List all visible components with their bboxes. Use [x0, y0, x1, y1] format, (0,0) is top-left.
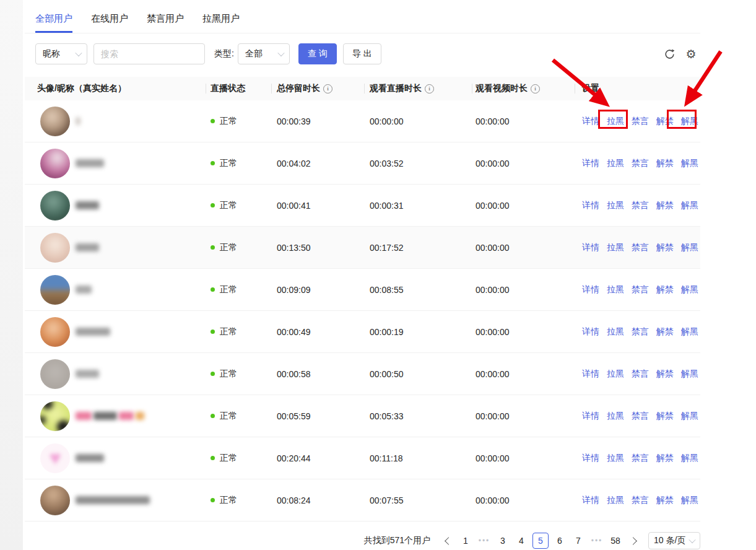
- page-number-58[interactable]: 58: [608, 532, 623, 549]
- mute-link[interactable]: 禁言: [632, 369, 649, 380]
- unblacklist-link[interactable]: 解黑: [681, 116, 698, 127]
- column-header: 直播状态: [206, 77, 271, 100]
- blacklist-link[interactable]: 拉黑: [607, 453, 624, 464]
- mute-link[interactable]: 禁言: [632, 411, 649, 422]
- blacklist-link[interactable]: 拉黑: [607, 495, 624, 506]
- info-icon[interactable]: [425, 84, 434, 94]
- unmute-link[interactable]: 解禁: [656, 326, 674, 338]
- mute-link[interactable]: 禁言: [632, 284, 649, 295]
- info-icon[interactable]: [531, 84, 540, 94]
- unblacklist-link[interactable]: 解黑: [681, 284, 698, 295]
- live-status-cell: 正常: [206, 200, 271, 211]
- live-status-cell: 正常: [206, 116, 271, 127]
- unblacklist-link[interactable]: 解黑: [681, 411, 698, 422]
- table-row: 正常00:00:5800:00:5000:00:00详情拉黑禁言解禁解黑: [25, 353, 700, 395]
- blacklist-link[interactable]: 拉黑: [607, 116, 624, 127]
- table-body: 正常00:00:3900:00:0000:00:00详情拉黑禁言解禁解黑正常00…: [25, 100, 700, 522]
- unmute-link[interactable]: 解禁: [656, 495, 674, 506]
- blacklist-link[interactable]: 拉黑: [607, 284, 624, 295]
- blacklist-link[interactable]: 拉黑: [607, 369, 624, 380]
- page-ellipsis[interactable]: •••: [477, 532, 492, 549]
- page-number-7[interactable]: 7: [571, 532, 586, 549]
- unblacklist-link[interactable]: 解黑: [681, 369, 698, 380]
- unmute-link[interactable]: 解禁: [656, 200, 674, 211]
- users-table: 头像/昵称（真实姓名）直播状态总停留时长观看直播时长观看视频时长设置 正常00:…: [25, 77, 700, 522]
- user-name-redacted: [76, 243, 99, 251]
- user-cell: [25, 275, 206, 305]
- type-select[interactable]: 全部: [238, 43, 290, 64]
- unblacklist-link[interactable]: 解黑: [681, 242, 698, 253]
- tab-blacklisted-users[interactable]: 拉黑用户: [202, 13, 240, 33]
- mute-link[interactable]: 禁言: [632, 158, 649, 169]
- live-status-cell: 正常: [206, 411, 271, 422]
- status-dot-icon: [211, 498, 215, 502]
- unblacklist-link[interactable]: 解黑: [681, 158, 698, 169]
- unblacklist-link[interactable]: 解黑: [681, 495, 698, 506]
- page-size-select[interactable]: 10 条/页: [648, 532, 700, 549]
- unblacklist-link[interactable]: 解黑: [681, 200, 698, 211]
- unblacklist-link[interactable]: 解黑: [681, 326, 698, 338]
- table-row: 正常00:13:5000:17:5200:00:00详情拉黑禁言解禁解黑: [25, 227, 700, 269]
- mute-link[interactable]: 禁言: [632, 116, 649, 127]
- mute-link[interactable]: 禁言: [632, 326, 649, 338]
- total-stay-cell: 00:00:41: [271, 201, 364, 211]
- detail-link[interactable]: 详情: [582, 284, 599, 295]
- detail-link[interactable]: 详情: [582, 369, 599, 380]
- detail-link[interactable]: 详情: [582, 116, 599, 127]
- status-dot-icon: [211, 119, 215, 123]
- column-header: 观看视频时长: [472, 77, 575, 100]
- mute-link[interactable]: 禁言: [632, 453, 649, 464]
- blacklist-link[interactable]: 拉黑: [607, 411, 624, 422]
- page-number-1[interactable]: 1: [458, 532, 473, 549]
- settings-gear-icon[interactable]: ⚙: [684, 47, 698, 61]
- blacklist-link[interactable]: 拉黑: [607, 326, 624, 338]
- watch-video-cell: 00:00:00: [472, 369, 575, 379]
- status-label: 正常: [220, 411, 237, 422]
- unmute-link[interactable]: 解禁: [656, 242, 674, 253]
- unmute-link[interactable]: 解禁: [656, 411, 674, 422]
- page-number-3[interactable]: 3: [495, 532, 510, 549]
- blacklist-link[interactable]: 拉黑: [607, 242, 624, 253]
- unmute-link[interactable]: 解禁: [656, 369, 674, 380]
- page-number-6[interactable]: 6: [552, 532, 567, 549]
- detail-link[interactable]: 详情: [582, 158, 599, 169]
- unmute-link[interactable]: 解禁: [656, 284, 674, 295]
- blacklist-link[interactable]: 拉黑: [607, 200, 624, 211]
- prev-page-icon[interactable]: [440, 532, 454, 549]
- table-row: 正常00:04:0200:03:5200:00:00详情拉黑禁言解禁解黑: [25, 142, 700, 185]
- query-button[interactable]: 查 询: [298, 43, 337, 64]
- page-number-5[interactable]: 5: [532, 533, 549, 549]
- chevron-right-icon: [629, 537, 637, 545]
- next-page-icon[interactable]: [627, 532, 641, 549]
- total-stay-cell: 00:00:58: [271, 369, 364, 379]
- detail-link[interactable]: 详情: [582, 326, 599, 338]
- detail-link[interactable]: 详情: [582, 200, 599, 211]
- mute-link[interactable]: 禁言: [632, 200, 649, 211]
- detail-link[interactable]: 详情: [582, 411, 599, 422]
- unblacklist-link[interactable]: 解黑: [681, 453, 698, 464]
- tab-all-users[interactable]: 全部用户: [35, 13, 72, 33]
- detail-link[interactable]: 详情: [582, 242, 599, 253]
- column-header: 头像/昵称（真实姓名）: [25, 77, 206, 100]
- field-select[interactable]: 昵称: [35, 43, 87, 64]
- tab-muted-users[interactable]: 禁言用户: [147, 13, 184, 33]
- unmute-link[interactable]: 解禁: [656, 158, 674, 169]
- live-status-cell: 正常: [206, 158, 271, 169]
- table-row: 正常00:00:4900:00:1900:00:00详情拉黑禁言解禁解黑: [25, 311, 700, 353]
- info-icon[interactable]: [323, 84, 332, 94]
- page-ellipsis[interactable]: •••: [589, 532, 604, 549]
- detail-link[interactable]: 详情: [582, 453, 599, 464]
- blacklist-link[interactable]: 拉黑: [607, 158, 624, 169]
- mute-link[interactable]: 禁言: [632, 242, 649, 253]
- refresh-icon[interactable]: [663, 47, 676, 61]
- settings-cell: 详情拉黑禁言解禁解黑: [575, 453, 700, 464]
- search-input[interactable]: [93, 43, 205, 64]
- page-number-4[interactable]: 4: [514, 532, 529, 549]
- unmute-link[interactable]: 解禁: [656, 116, 674, 127]
- export-button[interactable]: 导 出: [343, 43, 381, 64]
- tab-online-users[interactable]: 在线用户: [91, 13, 128, 33]
- mute-link[interactable]: 禁言: [632, 495, 649, 506]
- detail-link[interactable]: 详情: [582, 495, 599, 506]
- watch-video-cell: 00:00:00: [472, 495, 575, 505]
- unmute-link[interactable]: 解禁: [656, 453, 674, 464]
